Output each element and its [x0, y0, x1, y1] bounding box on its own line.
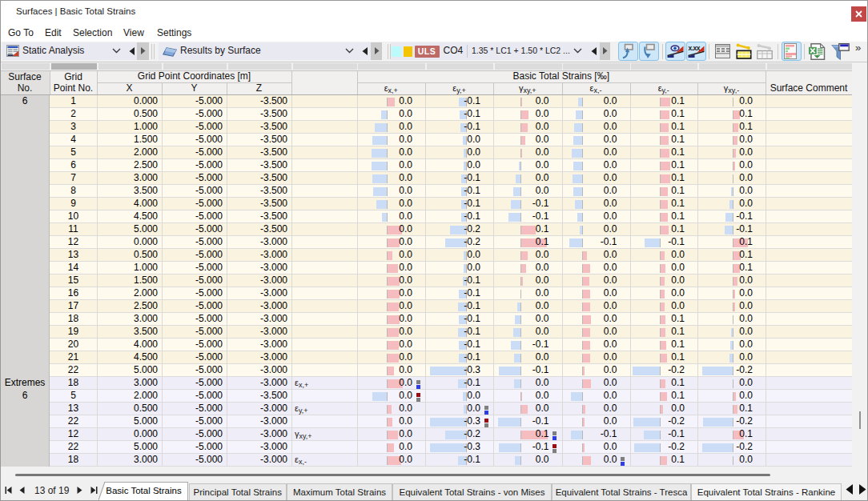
svg-text:x.xx: x.xx — [689, 44, 701, 52]
